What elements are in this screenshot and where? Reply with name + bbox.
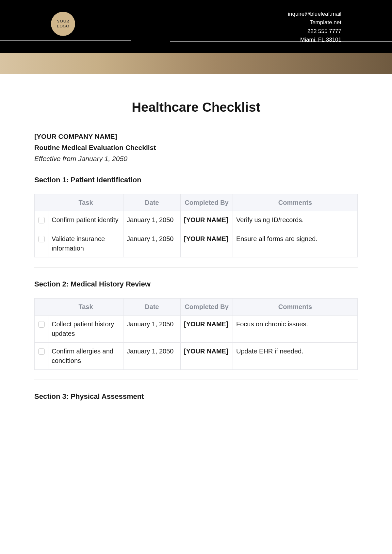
header-rule-right [170, 41, 392, 42]
table-row: Collect patient history updates January … [35, 316, 358, 343]
cell-task: Confirm allergies and conditions [48, 343, 123, 370]
cell-comments: Focus on chronic issues. [233, 316, 358, 343]
page-title: Healthcare Checklist [34, 100, 358, 115]
contact-email: inquire@blueleaf.mail [288, 10, 341, 18]
effective-date: Effective from January 1, 2050 [34, 155, 358, 163]
col-header-comments: Comments [233, 194, 358, 211]
col-header-checkbox [35, 194, 48, 211]
logo-text-line2: LOGO [57, 24, 69, 29]
contact-address: Miami, FL 33101 [288, 36, 341, 44]
gold-band [0, 53, 392, 74]
checkbox[interactable] [38, 236, 45, 242]
col-header-task: Task [48, 194, 123, 211]
contact-site: Template.net [288, 18, 341, 27]
section-heading: Section 3: Physical Assessment [34, 392, 358, 401]
cell-comments: Update EHR if needed. [233, 343, 358, 370]
section-heading: Section 2: Medical History Review [34, 280, 358, 288]
header-rule-left [0, 40, 131, 41]
checkbox[interactable] [38, 321, 45, 328]
cell-completed-by: [YOUR NAME] [181, 230, 233, 257]
cell-task: Validate insurance information [48, 230, 123, 257]
col-header-date: Date [123, 299, 181, 316]
col-header-task: Task [48, 299, 123, 316]
cell-comments: Verify using ID/records. [233, 211, 358, 230]
cell-date: January 1, 2050 [123, 211, 181, 230]
contact-phone: 222 555 7777 [288, 27, 341, 36]
section-divider [34, 267, 358, 268]
cell-completed-by: [YOUR NAME] [181, 211, 233, 230]
checkbox[interactable] [38, 348, 45, 355]
table-header-row: Task Date Completed By Comments [35, 299, 358, 316]
table-row: Confirm patient identity January 1, 2050… [35, 211, 358, 230]
contact-block: inquire@blueleaf.mail Template.net 222 5… [288, 10, 341, 44]
table-row: Validate insurance information January 1… [35, 230, 358, 257]
col-header-date: Date [123, 194, 181, 211]
table-row: Confirm allergies and conditions January… [35, 343, 358, 370]
header-bar: YOUR LOGO inquire@blueleaf.mail Template… [0, 0, 392, 53]
cell-date: January 1, 2050 [123, 316, 181, 343]
col-header-comments: Comments [233, 299, 358, 316]
checklist-table: Task Date Completed By Comments Collect … [34, 298, 358, 370]
cell-date: January 1, 2050 [123, 343, 181, 370]
company-name-placeholder: [YOUR COMPANY NAME] [34, 133, 358, 140]
logo-text-line1: YOUR [57, 19, 70, 24]
table-header-row: Task Date Completed By Comments [35, 194, 358, 211]
cell-task: Collect patient history updates [48, 316, 123, 343]
cell-date: January 1, 2050 [123, 230, 181, 257]
logo-placeholder: YOUR LOGO [51, 12, 75, 36]
checkbox[interactable] [38, 217, 45, 223]
content-area: Healthcare Checklist [YOUR COMPANY NAME]… [0, 74, 392, 401]
document-subtitle: Routine Medical Evaluation Checklist [34, 144, 358, 152]
col-header-by: Completed By [181, 194, 233, 211]
col-header-by: Completed By [181, 299, 233, 316]
cell-task: Confirm patient identity [48, 211, 123, 230]
section-divider [34, 380, 358, 380]
cell-completed-by: [YOUR NAME] [181, 316, 233, 343]
cell-comments: Ensure all forms are signed. [233, 230, 358, 257]
section-heading: Section 1: Patient Identification [34, 176, 358, 184]
cell-completed-by: [YOUR NAME] [181, 343, 233, 370]
checklist-table: Task Date Completed By Comments Confirm … [34, 194, 358, 257]
col-header-checkbox [35, 299, 48, 316]
